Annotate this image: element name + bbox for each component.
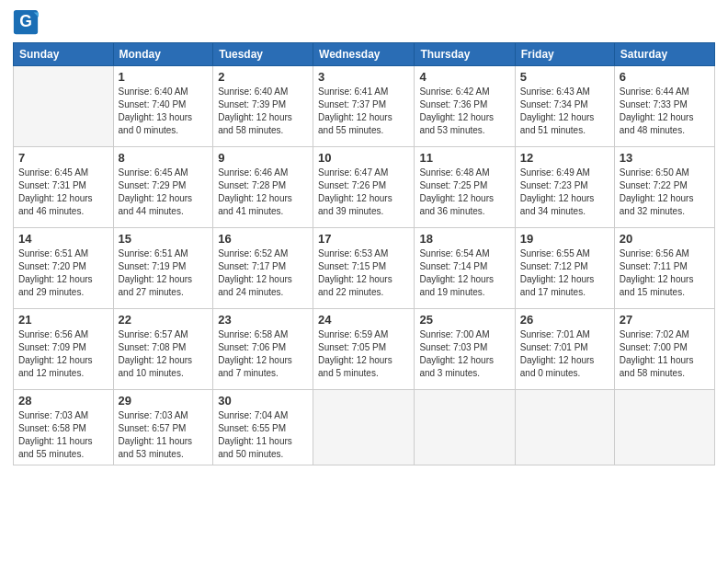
day-info: Sunrise: 7:03 AM Sunset: 6:57 PM Dayligh…	[119, 409, 209, 461]
calendar-cell: 15Sunrise: 6:51 AM Sunset: 7:19 PM Dayli…	[113, 228, 213, 309]
calendar-cell: 16Sunrise: 6:52 AM Sunset: 7:17 PM Dayli…	[213, 228, 313, 309]
calendar-table: SundayMondayTuesdayWednesdayThursdayFrid…	[13, 42, 715, 465]
day-info: Sunrise: 7:03 AM Sunset: 6:58 PM Dayligh…	[18, 409, 108, 461]
calendar-cell: 1Sunrise: 6:40 AM Sunset: 7:40 PM Daylig…	[113, 66, 213, 147]
calendar-cell	[14, 66, 114, 147]
calendar-cell: 20Sunrise: 6:56 AM Sunset: 7:11 PM Dayli…	[614, 228, 714, 309]
day-info: Sunrise: 6:59 AM Sunset: 7:05 PM Dayligh…	[318, 328, 409, 380]
day-info: Sunrise: 6:55 AM Sunset: 7:12 PM Dayligh…	[520, 247, 609, 299]
day-info: Sunrise: 6:47 AM Sunset: 7:26 PM Dayligh…	[318, 167, 409, 218]
day-number: 18	[419, 232, 509, 246]
day-number: 4	[419, 70, 509, 84]
day-number: 22	[119, 313, 209, 327]
day-number: 29	[119, 394, 209, 408]
day-info: Sunrise: 7:01 AM Sunset: 7:01 PM Dayligh…	[520, 328, 609, 380]
day-number: 26	[520, 313, 609, 327]
calendar-cell: 5Sunrise: 6:43 AM Sunset: 7:34 PM Daylig…	[515, 66, 614, 147]
calendar-cell	[415, 390, 515, 465]
day-info: Sunrise: 6:40 AM Sunset: 7:39 PM Dayligh…	[218, 86, 308, 137]
calendar-header-tuesday: Tuesday	[213, 43, 313, 66]
day-info: Sunrise: 7:02 AM Sunset: 7:00 PM Dayligh…	[620, 328, 710, 380]
calendar-cell: 18Sunrise: 6:54 AM Sunset: 7:14 PM Dayli…	[415, 228, 515, 309]
day-info: Sunrise: 6:56 AM Sunset: 7:09 PM Dayligh…	[18, 328, 108, 380]
svg-text:G: G	[19, 12, 32, 30]
day-info: Sunrise: 7:04 AM Sunset: 6:55 PM Dayligh…	[218, 409, 308, 461]
calendar-header-row: SundayMondayTuesdayWednesdayThursdayFrid…	[14, 43, 715, 66]
calendar-header-monday: Monday	[113, 43, 213, 66]
day-info: Sunrise: 6:52 AM Sunset: 7:17 PM Dayligh…	[218, 247, 308, 299]
calendar-cell: 10Sunrise: 6:47 AM Sunset: 7:26 PM Dayli…	[313, 147, 415, 228]
logo-icon: G	[13, 9, 39, 35]
calendar-cell: 12Sunrise: 6:49 AM Sunset: 7:23 PM Dayli…	[515, 147, 614, 228]
calendar-cell: 26Sunrise: 7:01 AM Sunset: 7:01 PM Dayli…	[515, 309, 614, 390]
calendar-cell: 6Sunrise: 6:44 AM Sunset: 7:33 PM Daylig…	[614, 66, 714, 147]
day-number: 16	[218, 232, 308, 246]
day-info: Sunrise: 6:53 AM Sunset: 7:15 PM Dayligh…	[318, 247, 409, 299]
day-number: 5	[520, 70, 609, 84]
calendar-week-row: 7Sunrise: 6:45 AM Sunset: 7:31 PM Daylig…	[14, 147, 715, 228]
calendar-cell: 3Sunrise: 6:41 AM Sunset: 7:37 PM Daylig…	[313, 66, 415, 147]
day-info: Sunrise: 6:58 AM Sunset: 7:06 PM Dayligh…	[218, 328, 308, 380]
calendar-cell: 8Sunrise: 6:45 AM Sunset: 7:29 PM Daylig…	[113, 147, 213, 228]
calendar-cell: 13Sunrise: 6:50 AM Sunset: 7:22 PM Dayli…	[614, 147, 714, 228]
page-container: G SundayMondayTuesdayWednesdayThursdayFr…	[0, 0, 728, 563]
day-number: 15	[119, 232, 209, 246]
day-number: 14	[18, 232, 108, 246]
day-info: Sunrise: 6:46 AM Sunset: 7:28 PM Dayligh…	[218, 167, 308, 218]
day-number: 7	[18, 151, 108, 165]
calendar-cell	[614, 390, 714, 465]
day-number: 23	[218, 313, 308, 327]
day-number: 30	[218, 394, 308, 408]
calendar-cell: 22Sunrise: 6:57 AM Sunset: 7:08 PM Dayli…	[113, 309, 213, 390]
day-info: Sunrise: 6:51 AM Sunset: 7:20 PM Dayligh…	[18, 247, 108, 299]
calendar-cell: 21Sunrise: 6:56 AM Sunset: 7:09 PM Dayli…	[14, 309, 114, 390]
calendar-cell: 27Sunrise: 7:02 AM Sunset: 7:00 PM Dayli…	[614, 309, 714, 390]
calendar-cell: 7Sunrise: 6:45 AM Sunset: 7:31 PM Daylig…	[14, 147, 114, 228]
day-number: 13	[620, 151, 710, 165]
day-number: 8	[119, 151, 209, 165]
calendar-cell: 28Sunrise: 7:03 AM Sunset: 6:58 PM Dayli…	[14, 390, 114, 465]
day-info: Sunrise: 6:50 AM Sunset: 7:22 PM Dayligh…	[620, 167, 710, 218]
calendar-header-sunday: Sunday	[14, 43, 114, 66]
day-number: 28	[18, 394, 108, 408]
day-number: 1	[119, 70, 209, 84]
day-info: Sunrise: 6:54 AM Sunset: 7:14 PM Dayligh…	[419, 247, 509, 299]
calendar-header-friday: Friday	[515, 43, 614, 66]
day-info: Sunrise: 6:49 AM Sunset: 7:23 PM Dayligh…	[520, 167, 609, 218]
calendar-cell: 11Sunrise: 6:48 AM Sunset: 7:25 PM Dayli…	[415, 147, 515, 228]
calendar-cell: 30Sunrise: 7:04 AM Sunset: 6:55 PM Dayli…	[213, 390, 313, 465]
calendar-cell: 25Sunrise: 7:00 AM Sunset: 7:03 PM Dayli…	[415, 309, 515, 390]
calendar-cell: 17Sunrise: 6:53 AM Sunset: 7:15 PM Dayli…	[313, 228, 415, 309]
calendar-cell: 19Sunrise: 6:55 AM Sunset: 7:12 PM Dayli…	[515, 228, 614, 309]
day-info: Sunrise: 6:56 AM Sunset: 7:11 PM Dayligh…	[620, 247, 710, 299]
day-number: 19	[520, 232, 609, 246]
calendar-cell	[515, 390, 614, 465]
day-info: Sunrise: 6:45 AM Sunset: 7:29 PM Dayligh…	[119, 167, 209, 218]
day-info: Sunrise: 6:44 AM Sunset: 7:33 PM Dayligh…	[620, 86, 710, 137]
day-info: Sunrise: 6:41 AM Sunset: 7:37 PM Dayligh…	[318, 86, 409, 137]
day-number: 17	[318, 232, 409, 246]
day-info: Sunrise: 6:57 AM Sunset: 7:08 PM Dayligh…	[119, 328, 209, 380]
calendar-cell: 24Sunrise: 6:59 AM Sunset: 7:05 PM Dayli…	[313, 309, 415, 390]
day-info: Sunrise: 6:42 AM Sunset: 7:36 PM Dayligh…	[419, 86, 509, 137]
calendar-header-saturday: Saturday	[614, 43, 714, 66]
day-info: Sunrise: 6:51 AM Sunset: 7:19 PM Dayligh…	[119, 247, 209, 299]
calendar-header-thursday: Thursday	[415, 43, 515, 66]
day-number: 2	[218, 70, 308, 84]
day-number: 20	[620, 232, 710, 246]
calendar-cell: 4Sunrise: 6:42 AM Sunset: 7:36 PM Daylig…	[415, 66, 515, 147]
day-number: 3	[318, 70, 409, 84]
calendar-cell: 2Sunrise: 6:40 AM Sunset: 7:39 PM Daylig…	[213, 66, 313, 147]
day-number: 21	[18, 313, 108, 327]
calendar-week-row: 21Sunrise: 6:56 AM Sunset: 7:09 PM Dayli…	[14, 309, 715, 390]
day-info: Sunrise: 6:48 AM Sunset: 7:25 PM Dayligh…	[419, 167, 509, 218]
day-number: 24	[318, 313, 409, 327]
calendar-cell	[313, 390, 415, 465]
day-number: 6	[620, 70, 710, 84]
calendar-header-wednesday: Wednesday	[313, 43, 415, 66]
calendar-week-row: 28Sunrise: 7:03 AM Sunset: 6:58 PM Dayli…	[14, 390, 715, 465]
logo: G	[13, 9, 42, 35]
calendar-week-row: 1Sunrise: 6:40 AM Sunset: 7:40 PM Daylig…	[14, 66, 715, 147]
calendar-cell: 14Sunrise: 6:51 AM Sunset: 7:20 PM Dayli…	[14, 228, 114, 309]
day-info: Sunrise: 6:43 AM Sunset: 7:34 PM Dayligh…	[520, 86, 609, 137]
